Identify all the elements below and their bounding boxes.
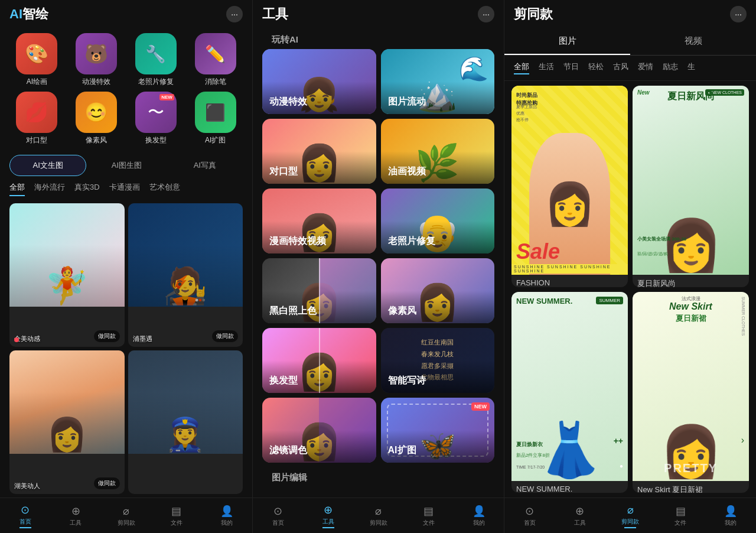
cat-other[interactable]: 生 [687, 61, 695, 74]
panel1-header: AI智绘 ··· [0, 0, 252, 28]
cat-life[interactable]: 生活 [539, 61, 554, 74]
tool-card-mouth[interactable]: 👩 对口型 [262, 119, 376, 184]
tool-icon-erase: ✏️ [195, 33, 236, 74]
nav-profile-1[interactable]: 👤 我的 [202, 498, 252, 533]
image-card-1-same-btn[interactable]: 做同款 [94, 330, 120, 342]
cat-inspire[interactable]: 励志 [663, 61, 678, 74]
tool-icon-draw: 🎨 [16, 33, 57, 74]
filter-art[interactable]: 艺术创意 [149, 182, 180, 196]
nav-clips-1[interactable]: ⌀ 剪同款 [101, 498, 151, 533]
cat-all[interactable]: 全部 [514, 61, 529, 74]
nav-files-2[interactable]: ▤ 文件 [403, 498, 454, 533]
tool-item-pixel[interactable]: 😊 像素风 [69, 92, 124, 145]
tab-portrait[interactable]: AI写真 [167, 155, 243, 176]
clip-card-skirt-label: New Skirt 夏日新裙 [633, 481, 749, 493]
nav-clips-3[interactable]: ⌀ 剪同款 [605, 498, 655, 533]
tool-item-draw[interactable]: 🎨 AI绘画 [9, 33, 64, 87]
nav-files-3[interactable]: ▤ 文件 [656, 498, 706, 533]
nav-profile-3[interactable]: 👤 我的 [706, 498, 756, 533]
tool-card-old-overlay: 老照片修复 [381, 188, 495, 254]
tools-icon-2: ⊕ [324, 503, 333, 516]
image-card-2[interactable]: 🧑‍🎤 浦墨遇 做同款 [128, 203, 243, 347]
tool-icon-expand: ⬛ [195, 92, 236, 133]
summer-title: 夏日新风尚 [633, 90, 749, 103]
image-card-2-same-btn[interactable]: 做同款 [212, 330, 238, 342]
clip-card-newsum[interactable]: 👗 NEW SUMMER. 夏日焕新衣 新品2件立享8折 SUMMER ++ T… [511, 292, 628, 493]
tool-card-filter-label: 滤镜调色 [269, 444, 307, 457]
nav-tools-2[interactable]: ⊕ 工具 [303, 498, 353, 533]
tool-card-row-5: 👩 换发型 红豆生南国 春来发几枝 愿君多采撷 此物最相思 [262, 328, 494, 393]
tools-scroll-area[interactable]: 玩转AI 👧 动漫特效 🌊 🏔️ 图片流动 [253, 28, 504, 498]
tool-card-anime[interactable]: 👧 动漫特效 [262, 49, 376, 114]
nav-home-2[interactable]: ⊙ 首页 [253, 498, 303, 533]
nav-tools-1[interactable]: ⊕ 工具 [50, 498, 100, 533]
filter-3d[interactable]: 真实3D [74, 182, 100, 196]
tool-card-oil-overlay: 油画视频 [381, 119, 495, 184]
panel3-menu-icon[interactable]: ··· [730, 6, 747, 22]
clip-card-summer-label: 夏日新风尚 [633, 275, 749, 287]
style-filter-bar: 全部 海外流行 真实3D 卡通漫画 艺术创意 [0, 178, 252, 200]
cat-holiday[interactable]: 节日 [563, 61, 579, 74]
tool-card-poem[interactable]: 红豆生南国 春来发几枝 愿君多采撷 此物最相思 智能写诗 [381, 328, 495, 393]
tool-card-old[interactable]: 👴 老照片修复 [381, 188, 495, 254]
nav-clips-2[interactable]: ⌀ 剪同款 [353, 498, 403, 533]
tool-card-flow[interactable]: 🌊 🏔️ 图片流动 [381, 49, 495, 114]
nav-tools-3[interactable]: ⊕ 工具 [555, 498, 605, 533]
tool-item-hair[interactable]: 〜 NEW 换发型 [129, 92, 184, 145]
tab-img2img[interactable]: AI图生图 [89, 155, 164, 176]
newsum-subtitle: 夏日焕新衣 [516, 441, 543, 448]
tool-label-draw: AI绘画 [27, 77, 47, 87]
image-card-1[interactable]: 🧚 全美动感 做同款 [9, 203, 125, 347]
tool-item-erase[interactable]: ✏️ 消除笔 [188, 33, 243, 87]
nav-home-1[interactable]: ⊙ 首页 [0, 498, 50, 533]
section-img-edit: 图片编辑 [262, 467, 494, 486]
clip-card-summer[interactable]: 👩 夏日新风尚 New ● NEW CLOTHES 小美女装全场满 300-30… [633, 86, 749, 287]
panel2-menu-icon[interactable]: ··· [478, 6, 494, 22]
panel-tools: 工具 ··· 玩转AI 👧 动漫特效 🌊 🏔️ [253, 0, 504, 533]
nav-home-3[interactable]: ⊙ 首页 [504, 498, 555, 533]
filter-cartoon[interactable]: 卡通漫画 [109, 182, 140, 196]
tool-card-poem-label: 智能写诗 [388, 375, 426, 387]
cat-love[interactable]: 爱情 [638, 61, 653, 74]
tool-card-expand[interactable]: 🦋 NEW AI扩图 [381, 398, 495, 463]
image-card-3[interactable]: 👩 湖美动人 做同款 [9, 350, 125, 494]
generation-tab-bar: AI文生图 AI图生图 AI写真 [0, 150, 252, 178]
title-rest: 智绘 [22, 6, 48, 21]
image-card-4[interactable]: 👮‍♀️ [128, 350, 243, 494]
filter-overseas[interactable]: 海外流行 [34, 182, 65, 196]
nav-profile-2[interactable]: 👤 我的 [454, 498, 504, 533]
tool-card-manga[interactable]: 👩 漫画特效视频 [262, 188, 376, 254]
profile-icon-3: 👤 [724, 505, 737, 518]
panel3-header: 剪同款 ··· [504, 0, 756, 28]
summer-desc: 双/回/进/店/选/购 [637, 251, 668, 257]
panel1-menu-icon[interactable]: ··· [226, 6, 243, 22]
clip-card-fashion[interactable]: 👩 时尚新品 特惠抢购 Sale SUNSHINE SUNSHINE SUNSH… [511, 86, 628, 287]
tool-item-mouth[interactable]: 💋 对口型 [9, 92, 64, 145]
tab-text2img[interactable]: AI文生图 [9, 155, 86, 176]
tool-card-filter[interactable]: 👩 滤镜调色 [262, 398, 376, 463]
clip-card-skirt[interactable]: 👩 法式浪漫 New Skirt 夏日新裙 SUMMER CLOTHES PRE… [633, 292, 749, 493]
panel3-title: 剪同款 [514, 5, 553, 23]
tool-card-hair[interactable]: 👩 换发型 [262, 328, 376, 393]
nav-files-1[interactable]: ▤ 文件 [151, 498, 201, 533]
nav-active-indicator-3 [624, 527, 636, 528]
nav-files-label-2: 文件 [423, 519, 435, 527]
filter-all[interactable]: 全部 [9, 182, 25, 196]
cat-ancient[interactable]: 古风 [613, 61, 628, 74]
tool-item-expand[interactable]: ⬛ AI扩图 [188, 92, 243, 145]
tool-card-oil[interactable]: 🌿 油画视频 [381, 119, 495, 184]
tool-card-bw[interactable]: 👩 黑白照上色 [262, 258, 376, 323]
tab-videos[interactable]: 视频 [630, 28, 756, 55]
cat-relax[interactable]: 轻松 [588, 61, 604, 74]
tool-card-pixel[interactable]: 👩 像素风 [381, 258, 495, 323]
skirt-title: New Skirt [637, 301, 744, 312]
title-ai: AI [9, 6, 22, 21]
tool-item-photo[interactable]: 🔧 老照片修复 [129, 33, 184, 87]
nav-active-indicator-2 [322, 527, 334, 528]
tool-item-anime[interactable]: 🐻 动漫特效 [69, 33, 124, 87]
home-icon-3: ⊙ [525, 505, 534, 518]
tab-images[interactable]: 图片 [504, 28, 630, 55]
image-card-3-label: 湖美动人 [14, 482, 40, 490]
image-card-3-same-btn[interactable]: 做同款 [94, 477, 120, 489]
files-icon-3: ▤ [676, 505, 686, 518]
